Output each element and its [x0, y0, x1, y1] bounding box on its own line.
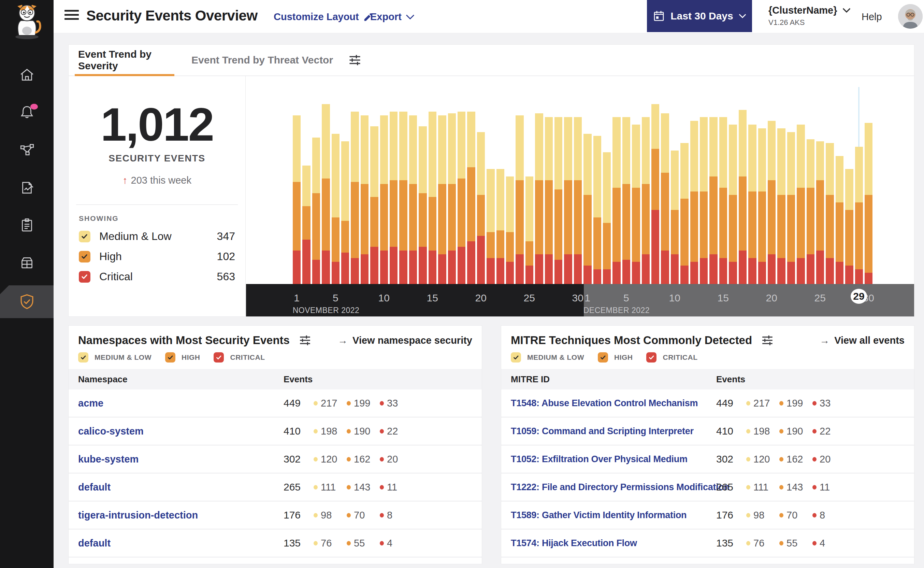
- day-bar[interactable]: [496, 99, 504, 284]
- checkbox-critical[interactable]: [646, 352, 657, 363]
- day-bar[interactable]: [526, 99, 533, 284]
- view-namespace-security-link[interactable]: →View namespace security: [338, 335, 472, 346]
- day-bar[interactable]: [302, 99, 310, 284]
- user-avatar[interactable]: [898, 4, 922, 29]
- day-bar[interactable]: [467, 99, 475, 284]
- row-link[interactable]: T1059: Command and Scripting Interpreter: [511, 426, 716, 437]
- day-bar[interactable]: [729, 99, 737, 284]
- filter-sliders-icon[interactable]: [298, 334, 312, 347]
- checkbox-medium_low[interactable]: [78, 352, 88, 363]
- day-bar[interactable]: [865, 99, 873, 284]
- day-bar[interactable]: [419, 99, 427, 284]
- day-bar[interactable]: [555, 99, 562, 284]
- export-button[interactable]: Export: [370, 11, 415, 23]
- help-link[interactable]: Help: [862, 11, 882, 23]
- view-all-events-link[interactable]: →View all events: [820, 335, 904, 346]
- severity-filter-medium_low[interactable]: MEDIUM & LOW: [78, 352, 152, 363]
- day-bar[interactable]: [806, 99, 814, 284]
- day-bar[interactable]: [719, 99, 727, 284]
- sidebar-item-threat-defense[interactable]: [0, 286, 54, 318]
- day-bar[interactable]: [700, 99, 708, 284]
- day-bar[interactable]: [293, 99, 301, 284]
- day-bar[interactable]: [603, 99, 611, 284]
- day-bar[interactable]: [341, 99, 349, 284]
- row-link[interactable]: default: [78, 538, 283, 549]
- day-bar[interactable]: [855, 99, 863, 284]
- day-bar[interactable]: [845, 99, 853, 284]
- day-bar[interactable]: [739, 99, 746, 284]
- day-bar[interactable]: [574, 99, 582, 284]
- day-bar[interactable]: [332, 99, 339, 284]
- day-bar[interactable]: [370, 99, 378, 284]
- severity-filter-critical[interactable]: CRITICAL: [646, 352, 698, 363]
- row-link[interactable]: default: [78, 482, 283, 493]
- checkbox-high[interactable]: [165, 352, 175, 363]
- day-bar[interactable]: [428, 99, 436, 284]
- severity-filter-high[interactable]: HIGH: [598, 352, 633, 363]
- day-bar[interactable]: [709, 99, 717, 284]
- sidebar-item-storage[interactable]: [0, 246, 54, 279]
- day-bar[interactable]: [487, 99, 494, 284]
- day-bar[interactable]: [399, 99, 407, 284]
- sidebar-item-service-graph[interactable]: [0, 134, 54, 166]
- row-link[interactable]: kube-system: [78, 454, 283, 465]
- day-bar[interactable]: [351, 99, 359, 284]
- day-bar[interactable]: [768, 99, 776, 284]
- severity-filter-critical[interactable]: CRITICAL: [214, 352, 265, 363]
- customize-layout-button[interactable]: Customize Layout: [274, 11, 373, 23]
- day-bar[interactable]: [516, 99, 523, 284]
- day-bar[interactable]: [477, 99, 485, 284]
- cluster-selector[interactable]: {ClusterName} V1.26 AKS: [769, 5, 851, 27]
- checkbox-high[interactable]: [598, 352, 608, 363]
- severity-filter-high[interactable]: HIGH: [165, 352, 200, 363]
- day-bar[interactable]: [390, 99, 398, 284]
- day-bar[interactable]: [448, 99, 456, 284]
- day-bar[interactable]: [623, 99, 630, 284]
- legend-row-critical[interactable]: Critical563: [79, 270, 235, 283]
- day-bar[interactable]: [612, 99, 620, 284]
- day-bar[interactable]: [593, 99, 601, 284]
- day-bar[interactable]: [680, 99, 688, 284]
- severity-filter-medium_low[interactable]: MEDIUM & LOW: [511, 352, 584, 363]
- day-bar[interactable]: [545, 99, 553, 284]
- day-bar[interactable]: [671, 99, 679, 284]
- sidebar-item-home[interactable]: [0, 59, 54, 92]
- day-bar[interactable]: [826, 99, 834, 284]
- filter-sliders-icon[interactable]: [348, 53, 362, 67]
- row-link[interactable]: calico-system: [78, 426, 283, 437]
- tab-event-trend-by-threat-vector[interactable]: Event Trend by Threat Vector: [188, 45, 336, 76]
- day-bar[interactable]: [535, 99, 543, 284]
- row-link[interactable]: T1222: File and Directory Permissions Mo…: [511, 482, 716, 492]
- day-bar[interactable]: [651, 99, 659, 284]
- day-bar[interactable]: [380, 99, 388, 284]
- legend-row-medium_low[interactable]: Medium & Low347: [79, 230, 235, 243]
- day-bar[interactable]: [438, 99, 446, 284]
- day-bar[interactable]: [642, 99, 650, 284]
- row-link[interactable]: T1052: Exfiltration Over Physical Medium: [511, 454, 716, 465]
- day-bar[interactable]: [748, 99, 756, 284]
- day-bar[interactable]: [312, 99, 320, 284]
- day-bar[interactable]: [787, 99, 795, 284]
- day-bar[interactable]: [458, 99, 466, 284]
- hamburger-menu-icon[interactable]: [65, 10, 79, 22]
- tab-event-trend-by-severity[interactable]: Event Trend by Severity: [75, 45, 174, 76]
- day-bar[interactable]: [506, 99, 514, 284]
- sidebar-item-alerts[interactable]: [0, 96, 54, 129]
- day-bar[interactable]: [661, 99, 669, 284]
- row-link[interactable]: acme: [78, 398, 283, 409]
- day-bar[interactable]: [836, 99, 844, 284]
- checkbox-medium_low[interactable]: [511, 352, 521, 363]
- sidebar-item-policies[interactable]: [0, 171, 54, 204]
- legend-row-high[interactable]: High102: [79, 250, 235, 263]
- row-link[interactable]: T1589: Gather Victim Identity Informatio…: [511, 510, 716, 521]
- filter-sliders-icon[interactable]: [761, 334, 774, 347]
- calico-cat-logo[interactable]: [9, 3, 45, 42]
- checkbox-critical[interactable]: [214, 352, 224, 363]
- day-bar[interactable]: [797, 99, 805, 284]
- checkbox-medium_low[interactable]: [79, 231, 90, 242]
- row-link[interactable]: tigera-intrusion-detection: [78, 510, 283, 521]
- checkbox-high[interactable]: [79, 251, 90, 263]
- day-bar[interactable]: [564, 99, 572, 284]
- day-bar[interactable]: [690, 99, 698, 284]
- day-bar[interactable]: [758, 99, 766, 284]
